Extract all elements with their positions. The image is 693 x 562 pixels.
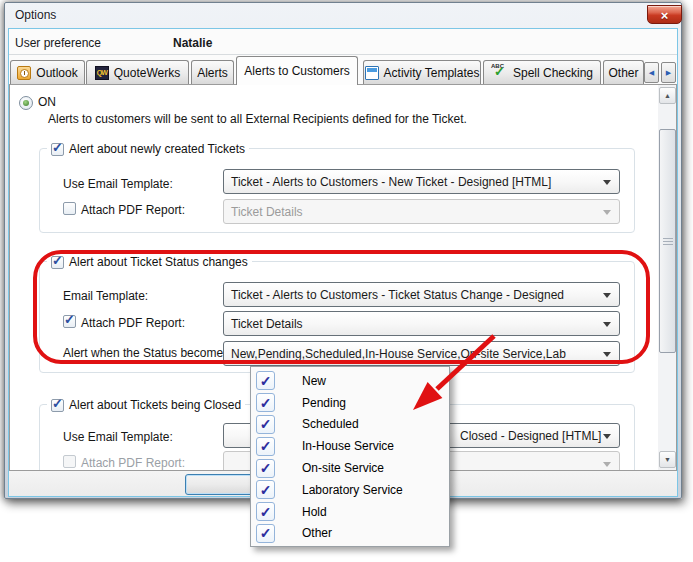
status-option-label: Other [302,526,332,540]
tab-outlook[interactable]: Outlook [10,60,85,84]
attach-pdf-label: Attach PDF Report: [81,203,185,217]
title-bar[interactable]: Options × [5,3,681,28]
user-preference-label: User preference [15,36,101,50]
tab-label: Spell Checking [513,66,593,80]
dropdown-arrow-icon [603,293,611,298]
user-preference-value: Natalie [173,36,212,50]
status-checkbox[interactable]: ✓ [256,459,275,478]
checkmark-icon: ✓ [260,439,272,453]
status-checkbox[interactable]: ✓ [256,415,275,434]
close-button[interactable]: × [647,5,682,24]
tab-scroll-left-button[interactable]: ◀ [644,62,659,83]
status-option-on-site-service[interactable]: ✓ On-site Service [251,457,449,479]
on-radio[interactable] [19,96,33,110]
tab-alerts-to-customers[interactable]: Alerts to Customers [236,56,358,85]
alerts-description: Alerts to customers will be sent to all … [48,112,467,126]
scrollbar-down-button[interactable]: ▼ [659,451,676,468]
scrollbar-grip-icon [663,238,673,246]
tab-quotewerks[interactable]: QW QuoteWerks [86,60,189,84]
tab-spell-checking[interactable]: ABC✓ Spell Checking [483,60,601,84]
attach-pdf-label: Attach PDF Report: [81,316,185,330]
status-option-pending[interactable]: ✓ Pending [251,392,449,414]
closed-attach-pdf-checkbox[interactable] [63,455,76,468]
checkmark-icon: ✓ [52,141,63,154]
status-pdf-report-combo[interactable]: Ticket Details [223,311,620,336]
checkmark-icon: ✓ [260,526,272,540]
tab-scroll-right-button[interactable]: ▶ [661,62,676,83]
alert-new-tickets-checkbox[interactable]: ✓ [51,143,64,156]
tab-label: Outlook [36,66,77,80]
status-option-new[interactable]: ✓ New [251,370,449,392]
status-checkbox[interactable]: ✓ [256,502,275,521]
status-option-label: Scheduled [302,417,359,431]
status-option-laboratory-service[interactable]: ✓ Laboratory Service [251,479,449,501]
alert-tickets-closed-checkbox[interactable]: ✓ [51,399,64,412]
use-email-template-label: Use Email Template: [63,430,173,444]
status-checkbox[interactable]: ✓ [256,437,275,456]
group-title-text: Alert about Tickets being Closed [69,398,241,412]
quotewerks-icon: QW [95,66,109,80]
dropdown-arrow-icon [603,180,611,185]
status-becomes-combo[interactable]: New,Pending,Scheduled,In-House Service,O… [223,341,620,366]
activity-templates-icon [365,66,379,80]
status-option-hold[interactable]: ✓ Hold [251,501,449,523]
window-title: Options [15,8,56,22]
new-ticket-pdf-report-combo: Ticket Details [223,199,620,224]
use-email-template-label: Use Email Template: [63,177,173,191]
status-checkbox[interactable]: ✓ [256,371,275,390]
status-attach-pdf-checkbox[interactable]: ✓ [63,315,76,328]
vertical-scrollbar: ▲ ▼ [658,85,677,470]
checkmark-icon: ✓ [260,505,272,519]
status-option-label: Hold [302,505,327,519]
checkmark-icon: ✓ [260,417,272,431]
new-ticket-attach-pdf-checkbox[interactable] [63,202,76,215]
tab-label: QuoteWerks [114,66,180,80]
scrollbar-up-button[interactable]: ▲ [659,87,676,104]
scroll-left-icon: ◀ [649,69,654,77]
tab-alerts[interactable]: Alerts [191,60,234,84]
checkmark-icon: ✓ [260,396,272,410]
scroll-right-icon: ▶ [666,69,671,77]
status-change-email-template-combo[interactable]: Ticket - Alerts to Customers - Ticket St… [223,282,620,307]
group-closed-title: ✓ Alert about Tickets being Closed [47,397,245,413]
checkmark-icon: ✓ [260,483,272,497]
status-checkbox[interactable]: ✓ [256,480,275,499]
outlook-icon [17,66,31,80]
dropdown-arrow-icon [603,352,611,357]
status-option-label: Pending [302,396,346,410]
on-radio-label: ON [38,95,56,109]
status-option-scheduled[interactable]: ✓ Scheduled [251,414,449,436]
tab-activity-templates[interactable]: Activity Templates [363,60,481,84]
checkmark-icon: ✓ [52,397,63,410]
dropdown-arrow-icon [603,462,611,467]
alert-when-status-label: Alert when the Status becomes: [63,346,232,360]
tab-label: Other [608,66,638,80]
checkmark-icon: ✓ [260,374,272,388]
close-icon: × [661,8,669,23]
email-template-label: Email Template: [63,289,148,303]
tab-other[interactable]: Other [603,60,644,84]
combo-value: Ticket Details [224,205,303,219]
scroll-down-icon: ▼ [664,456,671,463]
status-checkbox[interactable]: ✓ [256,524,275,543]
scrollbar-thumb[interactable] [659,129,676,353]
tab-label: Activity Templates [384,66,480,80]
status-option-label: New [302,374,326,388]
status-dropdown-popup: ✓ New ✓ Pending ✓ Scheduled ✓ In-House S… [250,366,450,547]
combo-value: Ticket - Alerts to Customers - Ticket St… [224,288,564,302]
new-ticket-email-template-combo[interactable]: Ticket - Alerts to Customers - New Ticke… [223,169,620,194]
status-option-in-house-service[interactable]: ✓ In-House Service [251,435,449,457]
combo-value: Ticket - Alerts to Customers - New Ticke… [224,175,551,189]
status-option-label: In-House Service [302,439,394,453]
checkmark-icon: ✓ [64,313,75,326]
group-title-text: Alert about newly created Tickets [69,142,245,156]
checkmark-icon: ✓ [260,461,272,475]
dropdown-arrow-icon [603,322,611,327]
status-option-other[interactable]: ✓ Other [251,523,449,545]
checkmark-icon: ✓ [52,254,63,267]
attach-pdf-label: Attach PDF Report: [81,456,185,470]
alert-status-changes-checkbox[interactable]: ✓ [51,256,64,269]
status-option-label: Laboratory Service [302,483,403,497]
status-checkbox[interactable]: ✓ [256,393,275,412]
group-newly-created-title: ✓ Alert about newly created Tickets [47,141,249,157]
